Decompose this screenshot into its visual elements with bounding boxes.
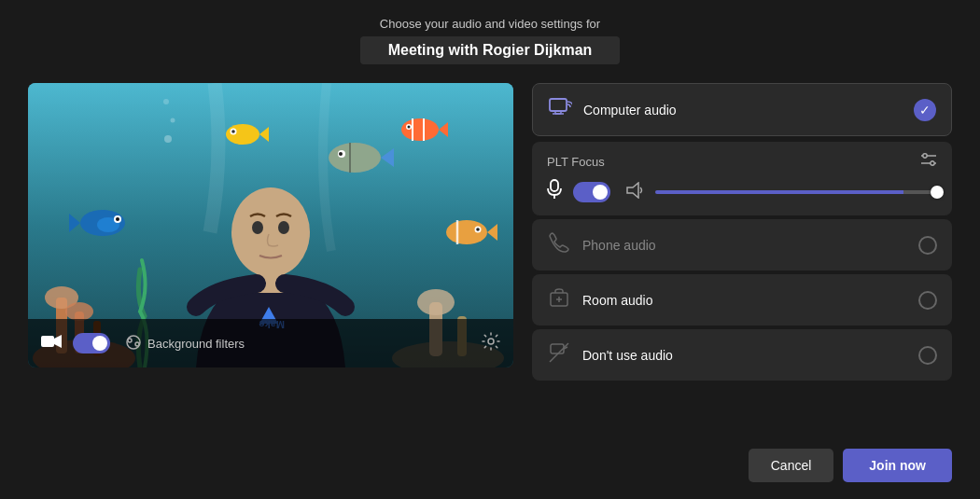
- svg-rect-46: [41, 336, 54, 347]
- audio-option-phone[interactable]: Phone audio: [532, 219, 952, 270]
- svg-marker-47: [54, 335, 62, 348]
- svg-rect-65: [551, 344, 564, 353]
- computer-audio-label: Computer audio: [583, 103, 903, 118]
- audio-option-none[interactable]: Don't use audio: [532, 329, 952, 381]
- svg-point-12: [417, 289, 455, 315]
- svg-point-51: [488, 339, 494, 344]
- volume-slider[interactable]: [655, 190, 937, 194]
- room-audio-radio: [918, 291, 937, 310]
- mic-icon: [547, 179, 562, 204]
- audio-option-computer[interactable]: Computer audio ✓: [532, 83, 952, 136]
- room-audio-icon: [547, 287, 571, 312]
- svg-point-31: [226, 124, 259, 145]
- plt-header: PLT Focus: [547, 153, 937, 170]
- join-now-button[interactable]: Join now: [843, 449, 952, 482]
- svg-point-34: [231, 130, 235, 133]
- footer: Cancel Join now: [0, 439, 980, 499]
- room-audio-label: Room audio: [582, 293, 907, 308]
- mic-toggle[interactable]: [573, 182, 610, 202]
- phone-audio-radio: [918, 236, 937, 255]
- no-audio-icon: [547, 342, 571, 367]
- plt-focus-section: PLT Focus: [532, 142, 952, 215]
- svg-line-66: [550, 343, 568, 362]
- bg-filters-label: Background filters: [147, 337, 245, 351]
- plt-settings-icon[interactable]: [920, 153, 937, 170]
- svg-point-18: [339, 152, 343, 156]
- camera-toggle[interactable]: [73, 333, 110, 353]
- svg-point-30: [116, 217, 119, 221]
- phone-audio-label: Phone audio: [582, 238, 907, 253]
- no-audio-radio: [918, 346, 937, 365]
- svg-point-40: [231, 187, 310, 277]
- video-panel: Make: [28, 83, 513, 367]
- svg-point-1: [164, 135, 172, 143]
- svg-marker-61: [627, 183, 638, 198]
- svg-point-57: [923, 154, 927, 158]
- phone-audio-icon: [547, 232, 571, 257]
- svg-point-58: [931, 161, 934, 165]
- audio-option-room[interactable]: Room audio: [532, 274, 952, 326]
- computer-audio-check: ✓: [914, 99, 936, 121]
- svg-point-45: [278, 221, 289, 234]
- video-controls: Background filters: [28, 319, 513, 367]
- background-filters-button[interactable]: Background filters: [125, 334, 245, 353]
- bg-filters-icon: [125, 334, 142, 353]
- plt-controls: [547, 179, 937, 204]
- camera-icon: [41, 333, 62, 354]
- main-content: Make: [0, 74, 980, 439]
- no-audio-label: Don't use audio: [582, 348, 907, 363]
- svg-point-25: [408, 126, 411, 129]
- svg-point-35: [446, 220, 487, 244]
- audio-panel: Computer audio ✓ PLT Focus: [532, 83, 952, 430]
- svg-point-44: [252, 221, 263, 234]
- svg-point-2: [171, 118, 175, 123]
- svg-point-3: [163, 99, 169, 104]
- svg-point-50: [135, 342, 139, 346]
- header-subtitle: Choose your audio and video settings for: [0, 17, 980, 31]
- cancel-button[interactable]: Cancel: [749, 449, 834, 482]
- svg-rect-52: [550, 99, 567, 111]
- svg-point-39: [476, 228, 480, 231]
- header-title: Meeting with Rogier Dijkman: [360, 36, 621, 64]
- settings-icon[interactable]: [482, 332, 500, 355]
- svg-point-15: [329, 143, 381, 173]
- plt-label: PLT Focus: [547, 155, 605, 169]
- svg-rect-59: [551, 180, 558, 191]
- svg-point-49: [128, 339, 132, 342]
- svg-point-20: [401, 118, 439, 141]
- svg-point-8: [65, 302, 93, 321]
- header: Choose your audio and video settings for…: [0, 0, 980, 74]
- speaker-icon: [625, 182, 644, 202]
- computer-audio-icon: [548, 97, 572, 122]
